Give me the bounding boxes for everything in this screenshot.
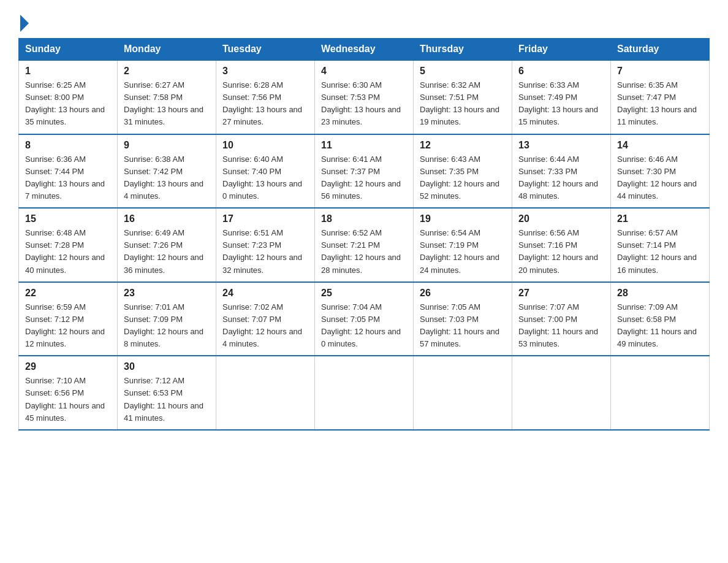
day-number: 15: [25, 213, 111, 224]
week-row-5: 29 Sunrise: 7:10 AM Sunset: 6:56 PM Dayl…: [19, 356, 710, 430]
calendar-table: SundayMondayTuesdayWednesdayThursdayFrid…: [18, 38, 710, 431]
calendar-cell: [216, 356, 315, 430]
calendar-cell: 27 Sunrise: 7:07 AM Sunset: 7:00 PM Dayl…: [512, 282, 611, 356]
day-info: Sunrise: 6:54 AM Sunset: 7:19 PM Dayligh…: [420, 227, 506, 277]
calendar-cell: 16 Sunrise: 6:49 AM Sunset: 7:26 PM Dayl…: [118, 208, 216, 282]
day-number: 6: [518, 66, 604, 77]
calendar-cell: 2 Sunrise: 6:27 AM Sunset: 7:58 PM Dayli…: [118, 60, 216, 134]
calendar-cell: 28 Sunrise: 7:09 AM Sunset: 6:58 PM Dayl…: [611, 282, 710, 356]
calendar-cell: 3 Sunrise: 6:28 AM Sunset: 7:56 PM Dayli…: [216, 60, 315, 134]
day-number: 19: [420, 213, 506, 224]
day-number: 3: [222, 66, 308, 77]
calendar-header: SundayMondayTuesdayWednesdayThursdayFrid…: [19, 39, 710, 61]
day-info: Sunrise: 6:46 AM Sunset: 7:30 PM Dayligh…: [617, 153, 703, 203]
day-number: 8: [25, 140, 111, 151]
day-number: 25: [321, 288, 407, 299]
week-row-2: 8 Sunrise: 6:36 AM Sunset: 7:44 PM Dayli…: [19, 134, 710, 209]
day-number: 7: [617, 66, 703, 77]
days-of-week-row: SundayMondayTuesdayWednesdayThursdayFrid…: [19, 39, 710, 61]
day-number: 17: [222, 213, 308, 224]
calendar-cell: 8 Sunrise: 6:36 AM Sunset: 7:44 PM Dayli…: [19, 134, 118, 209]
calendar-cell: 20 Sunrise: 6:56 AM Sunset: 7:16 PM Dayl…: [512, 208, 611, 282]
calendar-cell: 24 Sunrise: 7:02 AM Sunset: 7:07 PM Dayl…: [216, 282, 315, 356]
day-info: Sunrise: 6:41 AM Sunset: 7:37 PM Dayligh…: [321, 153, 407, 203]
calendar-cell: 12 Sunrise: 6:43 AM Sunset: 7:35 PM Dayl…: [414, 134, 512, 209]
col-header-monday: Monday: [118, 39, 216, 61]
calendar-cell: 21 Sunrise: 6:57 AM Sunset: 7:14 PM Dayl…: [611, 208, 710, 282]
day-number: 20: [518, 213, 604, 224]
day-info: Sunrise: 6:38 AM Sunset: 7:42 PM Dayligh…: [124, 153, 210, 203]
calendar-cell: [611, 356, 710, 430]
day-info: Sunrise: 6:35 AM Sunset: 7:47 PM Dayligh…: [617, 79, 703, 129]
day-info: Sunrise: 6:33 AM Sunset: 7:49 PM Dayligh…: [518, 79, 604, 129]
day-number: 21: [617, 213, 703, 224]
day-number: 1: [25, 66, 111, 77]
calendar-cell: 10 Sunrise: 6:40 AM Sunset: 7:40 PM Dayl…: [216, 134, 315, 209]
day-number: 18: [321, 213, 407, 224]
col-header-sunday: Sunday: [19, 39, 118, 61]
logo: [18, 12, 29, 32]
calendar-cell: 19 Sunrise: 6:54 AM Sunset: 7:19 PM Dayl…: [414, 208, 512, 282]
week-row-3: 15 Sunrise: 6:48 AM Sunset: 7:28 PM Dayl…: [19, 208, 710, 282]
calendar-cell: 11 Sunrise: 6:41 AM Sunset: 7:37 PM Dayl…: [315, 134, 414, 209]
day-info: Sunrise: 6:28 AM Sunset: 7:56 PM Dayligh…: [222, 79, 308, 129]
day-info: Sunrise: 7:10 AM Sunset: 6:56 PM Dayligh…: [25, 375, 111, 424]
col-header-wednesday: Wednesday: [315, 39, 414, 61]
calendar-cell: 13 Sunrise: 6:44 AM Sunset: 7:33 PM Dayl…: [512, 134, 611, 209]
calendar-cell: 7 Sunrise: 6:35 AM Sunset: 7:47 PM Dayli…: [611, 60, 710, 134]
calendar-cell: 5 Sunrise: 6:32 AM Sunset: 7:51 PM Dayli…: [414, 60, 512, 134]
day-info: Sunrise: 6:36 AM Sunset: 7:44 PM Dayligh…: [25, 153, 111, 203]
day-info: Sunrise: 6:49 AM Sunset: 7:26 PM Dayligh…: [124, 227, 210, 277]
calendar-cell: [315, 356, 414, 430]
day-number: 12: [420, 140, 506, 151]
calendar-cell: 26 Sunrise: 7:05 AM Sunset: 7:03 PM Dayl…: [414, 282, 512, 356]
day-info: Sunrise: 6:52 AM Sunset: 7:21 PM Dayligh…: [321, 227, 407, 277]
col-header-thursday: Thursday: [414, 39, 512, 61]
day-info: Sunrise: 6:44 AM Sunset: 7:33 PM Dayligh…: [518, 153, 604, 203]
calendar-cell: 25 Sunrise: 7:04 AM Sunset: 7:05 PM Dayl…: [315, 282, 414, 356]
calendar-cell: 6 Sunrise: 6:33 AM Sunset: 7:49 PM Dayli…: [512, 60, 611, 134]
day-info: Sunrise: 7:09 AM Sunset: 6:58 PM Dayligh…: [617, 301, 703, 351]
day-number: 2: [124, 66, 210, 77]
calendar-body: 1 Sunrise: 6:25 AM Sunset: 8:00 PM Dayli…: [19, 60, 710, 430]
calendar-cell: 9 Sunrise: 6:38 AM Sunset: 7:42 PM Dayli…: [118, 134, 216, 209]
day-number: 9: [124, 140, 210, 151]
day-info: Sunrise: 7:12 AM Sunset: 6:53 PM Dayligh…: [124, 375, 210, 424]
day-number: 27: [518, 288, 604, 299]
calendar-cell: 4 Sunrise: 6:30 AM Sunset: 7:53 PM Dayli…: [315, 60, 414, 134]
page-header: [18, 12, 710, 32]
day-number: 11: [321, 140, 407, 151]
day-number: 10: [222, 140, 308, 151]
calendar-cell: 23 Sunrise: 7:01 AM Sunset: 7:09 PM Dayl…: [118, 282, 216, 356]
day-info: Sunrise: 6:25 AM Sunset: 8:00 PM Dayligh…: [25, 79, 111, 129]
calendar-cell: 14 Sunrise: 6:46 AM Sunset: 7:30 PM Dayl…: [611, 134, 710, 209]
calendar-cell: 1 Sunrise: 6:25 AM Sunset: 8:00 PM Dayli…: [19, 60, 118, 134]
day-info: Sunrise: 6:51 AM Sunset: 7:23 PM Dayligh…: [222, 227, 308, 277]
day-number: 29: [25, 361, 111, 372]
day-number: 30: [124, 361, 210, 372]
week-row-4: 22 Sunrise: 6:59 AM Sunset: 7:12 PM Dayl…: [19, 282, 710, 356]
col-header-tuesday: Tuesday: [216, 39, 315, 61]
day-info: Sunrise: 6:43 AM Sunset: 7:35 PM Dayligh…: [420, 153, 506, 203]
day-number: 4: [321, 66, 407, 77]
week-row-1: 1 Sunrise: 6:25 AM Sunset: 8:00 PM Dayli…: [19, 60, 710, 134]
calendar-cell: 29 Sunrise: 7:10 AM Sunset: 6:56 PM Dayl…: [19, 356, 118, 430]
calendar-cell: 30 Sunrise: 7:12 AM Sunset: 6:53 PM Dayl…: [118, 356, 216, 430]
day-number: 26: [420, 288, 506, 299]
day-info: Sunrise: 6:27 AM Sunset: 7:58 PM Dayligh…: [124, 79, 210, 129]
day-number: 24: [222, 288, 308, 299]
col-header-saturday: Saturday: [611, 39, 710, 61]
day-info: Sunrise: 6:57 AM Sunset: 7:14 PM Dayligh…: [617, 227, 703, 277]
day-info: Sunrise: 7:05 AM Sunset: 7:03 PM Dayligh…: [420, 301, 506, 351]
calendar-cell: 15 Sunrise: 6:48 AM Sunset: 7:28 PM Dayl…: [19, 208, 118, 282]
day-number: 28: [617, 288, 703, 299]
calendar-cell: 22 Sunrise: 6:59 AM Sunset: 7:12 PM Dayl…: [19, 282, 118, 356]
day-info: Sunrise: 6:48 AM Sunset: 7:28 PM Dayligh…: [25, 227, 111, 277]
day-info: Sunrise: 7:01 AM Sunset: 7:09 PM Dayligh…: [124, 301, 210, 351]
logo-arrow-icon: [20, 15, 29, 32]
day-info: Sunrise: 7:02 AM Sunset: 7:07 PM Dayligh…: [222, 301, 308, 351]
calendar-cell: 17 Sunrise: 6:51 AM Sunset: 7:23 PM Dayl…: [216, 208, 315, 282]
calendar-cell: [512, 356, 611, 430]
day-number: 14: [617, 140, 703, 151]
day-info: Sunrise: 6:40 AM Sunset: 7:40 PM Dayligh…: [222, 153, 308, 203]
